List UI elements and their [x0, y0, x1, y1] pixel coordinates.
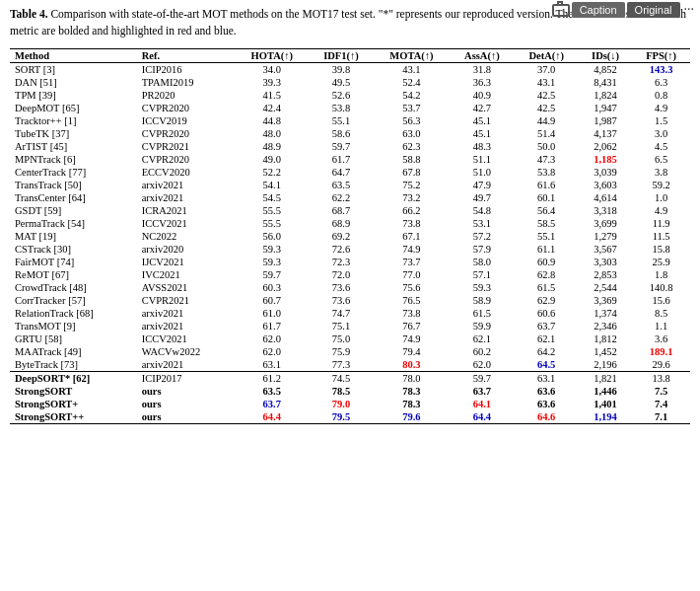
table-cell: 1.0 [632, 191, 690, 204]
table-cell: ArTIST [45] [10, 140, 137, 153]
table-cell: ECCV2020 [137, 166, 236, 179]
table-row: MPNTrack [6]CVPR202049.061.758.851.147.3… [10, 153, 690, 166]
table-cell: 72.0 [309, 268, 373, 281]
table-cell: TPM [39] [10, 89, 137, 102]
table-cell: 39.8 [309, 62, 373, 76]
table-cell: 31.8 [450, 62, 514, 76]
table-cell: 42.4 [235, 102, 309, 114]
table-cell: 3,303 [579, 256, 632, 268]
table-cell: 63.7 [235, 398, 309, 410]
table-cell: 78.5 [309, 385, 373, 398]
table-bold-row: StrongSORT++ours64.479.579.664.464.61,19… [10, 410, 690, 424]
table-cell: 58.6 [309, 127, 373, 140]
table-cell: 74.5 [309, 371, 373, 385]
table-cell: 15.8 [632, 243, 690, 256]
table-cell: NC2022 [137, 230, 236, 243]
table-cell: 53.1 [450, 217, 514, 230]
table-row: RelationTrack [68]arxiv202161.074.773.86… [10, 307, 690, 320]
table-cell: 3,567 [579, 243, 632, 256]
table-cell: 53.8 [515, 166, 579, 179]
table-cell: 59.9 [450, 320, 514, 332]
table-cell: 43.1 [374, 62, 451, 76]
table-cell: FairMOT [74] [10, 256, 137, 268]
caption-label: Table 4. [10, 8, 48, 20]
table-row: MAATrack [49]WACVw202262.075.979.460.264… [10, 345, 690, 358]
table-cell: 37.0 [515, 62, 579, 76]
table-cell: 48.9 [235, 140, 309, 153]
table-cell: 53.8 [309, 102, 373, 114]
table-cell: 29.6 [632, 358, 690, 372]
table-cell: 68.9 [309, 217, 373, 230]
table-cell: 43.1 [515, 76, 579, 89]
table-row: CSTrack [30]arxiv202059.372.674.957.961.… [10, 243, 690, 256]
table-cell: 61.1 [515, 243, 579, 256]
table-cell: 62.2 [309, 191, 373, 204]
table-row: CorrTracker [57]CVPR202160.773.676.558.9… [10, 294, 690, 307]
table-cell: 76.7 [374, 320, 451, 332]
table-row: Tracktor++ [1]ICCV201944.855.156.345.144… [10, 114, 690, 127]
table-row: ArTIST [45]CVPR202148.959.762.348.350.02… [10, 140, 690, 153]
table-cell: ICRA2021 [137, 204, 236, 217]
table-cell: 61.5 [515, 281, 579, 294]
table-cell: 64.2 [515, 345, 579, 358]
table-cell: 74.9 [374, 332, 451, 345]
table-cell: 55.5 [235, 204, 309, 217]
table-cell: StrongSORT++ [10, 410, 137, 424]
table-cell: 6.3 [632, 76, 690, 89]
table-cell: ICIP2016 [137, 62, 236, 76]
table-cell: RelationTrack [68] [10, 307, 137, 320]
table-cell: 58.8 [374, 153, 451, 166]
table-cell: 39.3 [235, 76, 309, 89]
table-cell: ICCV2019 [137, 114, 236, 127]
table-cell: TPAMI2019 [137, 76, 236, 89]
table-cell: 73.7 [374, 256, 451, 268]
more-options-icon[interactable]: ··· [682, 2, 697, 18]
table-cell: 58.5 [515, 217, 579, 230]
table-cell: 8.5 [632, 307, 690, 320]
table-cell: 64.7 [309, 166, 373, 179]
table-cell: 60.1 [515, 191, 579, 204]
table-cell: 64.5 [515, 358, 579, 372]
table-cell: 53.7 [374, 102, 451, 114]
table-cell: 45.1 [450, 127, 514, 140]
table-cell: 62.0 [235, 345, 309, 358]
table-cell: 75.1 [309, 320, 373, 332]
table-cell: 42.5 [515, 89, 579, 102]
table-cell: 59.7 [235, 268, 309, 281]
table-cell: StrongSORT [10, 385, 137, 398]
table-cell: 73.8 [374, 217, 451, 230]
table-cell: 58.9 [450, 294, 514, 307]
table-cell: 66.2 [374, 204, 451, 217]
table-cell: 3,318 [579, 204, 632, 217]
table-cell: 75.9 [309, 345, 373, 358]
table-cell: 58.0 [450, 256, 514, 268]
table-cell: 7.1 [632, 410, 690, 424]
table-cell: CVPR2021 [137, 294, 236, 307]
table-cell: 48.0 [235, 127, 309, 140]
table-cell: CVPR2020 [137, 127, 236, 140]
table-cell: 1,374 [579, 307, 632, 320]
table-cell: 1,194 [579, 410, 632, 424]
original-button[interactable]: Original [627, 2, 680, 18]
table-row: PermaTrack [54]ICCV202155.568.973.853.15… [10, 217, 690, 230]
table-cell: 73.2 [374, 191, 451, 204]
table-cell: 25.9 [632, 256, 690, 268]
table-cell: 52.4 [374, 76, 451, 89]
table-cell: 0.8 [632, 89, 690, 102]
caption-button[interactable]: Caption [572, 2, 625, 18]
table-cell: 54.5 [235, 191, 309, 204]
table-cell: 78.3 [374, 385, 451, 398]
table-row: SORT [3]ICIP201634.039.843.131.837.04,85… [10, 62, 690, 76]
table-cell: 69.2 [309, 230, 373, 243]
col-ref: Ref. [137, 48, 236, 62]
table-cell: AVSS2021 [137, 281, 236, 294]
table-cell: 62.0 [450, 358, 514, 372]
table-cell: GRTU [58] [10, 332, 137, 345]
col-deta: DetA(↑) [515, 48, 579, 62]
table-cell: 75.2 [374, 179, 451, 191]
table-cell: CVPR2021 [137, 140, 236, 153]
table-cell: 79.6 [374, 410, 451, 424]
table-cell: 1,185 [579, 153, 632, 166]
table-cell: 4,614 [579, 191, 632, 204]
table-cell: 57.1 [450, 268, 514, 281]
